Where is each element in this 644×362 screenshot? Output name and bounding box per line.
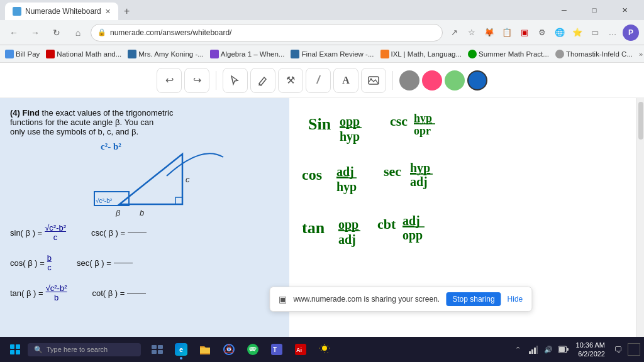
profile-button[interactable]: P — [623, 25, 639, 41]
svg-text:adj: adj — [402, 214, 420, 228]
search-icon: 🔍 — [34, 346, 43, 354]
extension5-icon[interactable]: ⭐ — [570, 25, 585, 40]
start-button[interactable] — [4, 338, 26, 361]
eq-row-3: tan( β ) = √c²-b² b cot( β ) = — [10, 283, 279, 302]
taskbar-taskview[interactable] — [146, 338, 169, 361]
hide-link[interactable]: Hide — [508, 295, 523, 304]
bookmark-thomastik[interactable]: Thomastik-Infeld C... — [555, 50, 633, 58]
svg-point-1 — [370, 78, 372, 80]
network-icon[interactable] — [527, 343, 540, 356]
taskbar-acrobat[interactable]: Ai — [289, 338, 312, 361]
text-tool[interactable]: A — [333, 68, 358, 93]
taskbar-edge[interactable]: e — [170, 338, 192, 361]
tools-button[interactable]: ⚒ — [278, 68, 303, 93]
menu-icon[interactable]: … — [605, 25, 620, 40]
scroll-thumb[interactable] — [638, 102, 643, 140]
taskbar-chrome[interactable] — [218, 338, 240, 361]
eq-row-1: sin( β ) = √c²-b² c csc( β ) = — [10, 223, 279, 242]
svg-rect-3 — [175, 197, 182, 204]
undo-button[interactable]: ↩ — [157, 68, 182, 93]
sec-equation: sec( β ) = — [77, 258, 133, 268]
cos-denominator: c — [47, 263, 52, 272]
svg-text:adj: adj — [338, 233, 356, 247]
select-tool[interactable] — [223, 68, 248, 93]
svg-rect-52 — [567, 348, 569, 351]
color-gray[interactable] — [399, 70, 419, 90]
bookmark-icon — [5, 50, 14, 58]
svg-point-40 — [247, 344, 258, 355]
bookmark-national-math[interactable]: National Math and... — [46, 50, 121, 58]
taskbar-spotify[interactable] — [242, 338, 264, 361]
search-box[interactable]: 🔍 Type here to search — [28, 343, 141, 356]
taskbar: 🔍 Type here to search e T — [0, 337, 644, 362]
svg-text:sec: sec — [384, 163, 401, 179]
svg-point-39 — [228, 348, 230, 351]
svg-text:hyp: hyp — [410, 161, 430, 175]
highlighter-tool[interactable]: / — [306, 68, 331, 93]
url-bar[interactable]: 🔒 numerade.com/answers/whiteboard/ — [91, 24, 443, 41]
forward-button[interactable]: → — [26, 24, 44, 41]
extension3-icon[interactable]: ⚙ — [535, 25, 550, 40]
sin-numerator: √c²-b² — [45, 223, 66, 233]
star-icon[interactable]: ☆ — [464, 25, 479, 40]
extension1-icon[interactable]: 🦊 — [482, 25, 497, 40]
bookmark-final-exam[interactable]: Final Exam Review -... — [291, 50, 374, 58]
back-button[interactable]: ← — [5, 24, 23, 41]
url-text: numerade.com/answers/whiteboard/ — [110, 28, 436, 37]
taskbar-explorer[interactable] — [194, 338, 216, 361]
svg-text:cos: cos — [302, 167, 322, 183]
color-pink[interactable] — [422, 70, 442, 90]
system-clock[interactable]: 10:36 AM 6/2/2022 — [574, 341, 608, 359]
refresh-button[interactable]: ↻ — [48, 24, 65, 41]
pencil-tool[interactable] — [250, 68, 275, 93]
tan-denominator: b — [54, 293, 58, 302]
taskbar-weather[interactable] — [313, 338, 336, 361]
show-desktop-button[interactable] — [628, 343, 640, 356]
cos-equation: cos( β ) = b c — [10, 253, 52, 272]
color-green[interactable] — [445, 70, 465, 90]
bookmark-bill-pay[interactable]: Bill Pay — [5, 50, 40, 58]
bookmark-mrs-koning[interactable]: Mrs. Amy Koning -... — [128, 50, 204, 58]
csc-blank — [128, 233, 147, 233]
tab-close-button[interactable]: ✕ — [105, 8, 111, 16]
maximize-button[interactable]: □ — [580, 0, 609, 20]
bookmarks-more[interactable]: » — [639, 50, 643, 58]
tan-label: tan( β ) = — [10, 288, 43, 298]
extension2-icon[interactable]: 📋 — [499, 25, 514, 40]
svg-text:tan: tan — [302, 219, 325, 237]
new-tab-button[interactable]: + — [118, 3, 136, 20]
taskbar-teams[interactable]: T — [265, 338, 288, 361]
svg-text:Ai: Ai — [296, 347, 302, 353]
bookmark-summer-math[interactable]: Summer Math Pract... — [468, 50, 549, 58]
window-controls: ─ □ ✕ — [550, 0, 639, 20]
extension4-icon[interactable]: 🌐 — [552, 25, 567, 40]
redo-button[interactable]: ↪ — [184, 68, 209, 93]
svg-rect-46 — [529, 351, 531, 354]
expand-icons[interactable]: ⌃ — [512, 343, 525, 356]
svg-text:T: T — [273, 346, 277, 353]
home-button[interactable]: ⌂ — [69, 24, 87, 41]
svg-point-45 — [322, 346, 327, 351]
bookmark-icon — [380, 50, 389, 58]
browser-toolbar-icons: ↗ ☆ 🦊 📋 ▣ ⚙ 🌐 ⭐ ▭ … P — [447, 25, 639, 41]
close-button[interactable]: ✕ — [610, 0, 639, 20]
address-bar: ← → ↻ ⌂ 🔒 numerade.com/answers/whiteboar… — [0, 20, 644, 45]
scrollbar[interactable] — [636, 98, 644, 337]
bookmark-algebra[interactable]: Algebra 1 – When... — [210, 50, 285, 58]
active-tab[interactable]: Numerade Whiteboard ✕ — [5, 3, 118, 20]
notification-button[interactable]: 🗨 — [611, 343, 624, 356]
share-icon[interactable]: ↗ — [447, 25, 462, 40]
color-blue[interactable] — [467, 70, 487, 90]
svg-text:b: b — [140, 208, 144, 217]
image-tool[interactable] — [361, 68, 386, 93]
speaker-icon[interactable]: 🔊 — [542, 343, 555, 356]
minimize-button[interactable]: ─ — [550, 0, 579, 20]
cast-icon[interactable]: ▭ — [587, 25, 602, 40]
bookmark-ixl[interactable]: IXL | Math, Languag... — [380, 50, 462, 58]
svg-rect-34 — [158, 345, 163, 349]
battery-icon[interactable] — [557, 343, 570, 356]
stop-sharing-button[interactable]: Stop sharing — [446, 292, 501, 306]
title-bar: Numerade Whiteboard ✕ + ─ □ ✕ — [0, 0, 644, 20]
pdf-icon[interactable]: ▣ — [517, 25, 532, 40]
content-area: ↩ ↪ ⚒ / A — [0, 63, 644, 337]
